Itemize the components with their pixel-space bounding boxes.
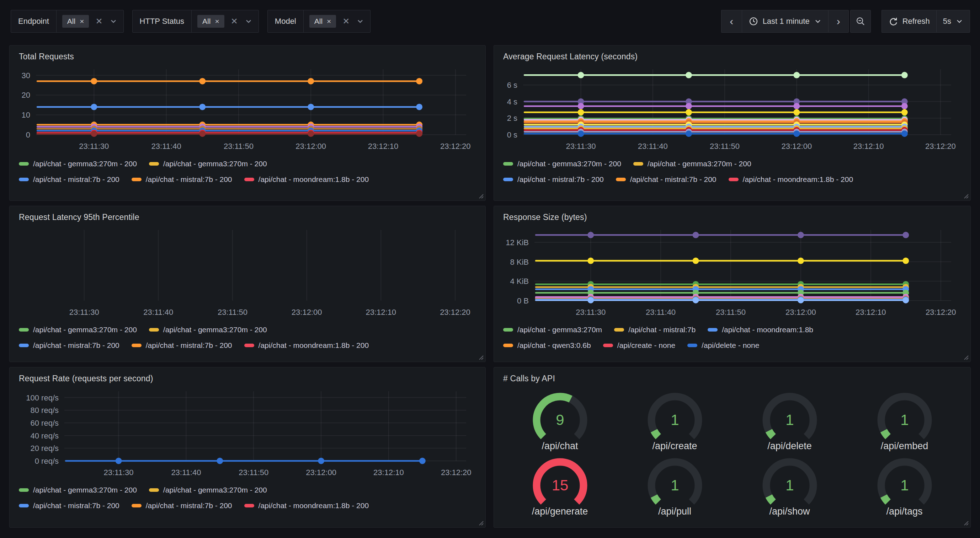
filter-model-value[interactable]: All × ✕ — [304, 10, 371, 32]
time-series-plot[interactable]: 23:11:3023:11:4023:11:5023:12:0023:12:10… — [498, 64, 966, 153]
latency-95th-chart[interactable]: 23:11:3023:11:4023:11:5023:12:0023:12:10… — [14, 225, 481, 319]
panel-title[interactable]: Average Request Latency (seconds) — [494, 46, 970, 62]
chevron-down-icon[interactable] — [356, 17, 364, 25]
time-series-plot[interactable]: 23:11:3023:11:4023:11:5023:12:0023:12:10… — [14, 64, 481, 153]
series-point[interactable] — [798, 297, 804, 303]
gauge-api-chat[interactable]: 9/api/chat — [523, 387, 597, 452]
filter-endpoint-value[interactable]: All × ✕ — [57, 10, 123, 32]
series-point[interactable] — [798, 258, 804, 264]
legend-item[interactable]: /api/chat - mistral:7b — [614, 325, 695, 334]
legend-item[interactable]: /api/chat - mistral:7b - 200 — [19, 501, 119, 510]
gauge-api-tags[interactable]: 1/api/tags — [867, 452, 942, 517]
filter-http-status-value[interactable]: All × ✕ — [192, 10, 259, 32]
request-rate-chart[interactable]: 23:11:3023:11:4023:11:5023:12:0023:12:10… — [14, 386, 481, 479]
series-point[interactable] — [793, 103, 800, 110]
series-point[interactable] — [578, 109, 584, 116]
series-point[interactable] — [578, 103, 584, 110]
panel-title[interactable]: Total Requests — [10, 46, 485, 62]
legend-item[interactable]: /api/chat - mistral:7b - 200 — [503, 175, 604, 184]
legend-item[interactable]: /api/chat - moondream:1.8b — [708, 325, 813, 334]
series-point[interactable] — [693, 258, 699, 264]
series-point[interactable] — [901, 130, 908, 137]
series-point[interactable] — [91, 78, 97, 84]
series-point[interactable] — [318, 458, 324, 464]
series-point[interactable] — [91, 130, 97, 137]
series-point[interactable] — [199, 78, 205, 84]
chevron-down-icon[interactable] — [244, 17, 253, 25]
panel-resize-handle[interactable] — [962, 354, 969, 360]
panel-title[interactable]: Request Rate (requests per second) — [10, 367, 485, 383]
time-series-plot[interactable]: 23:11:3023:11:4023:11:5023:12:0023:12:10… — [498, 225, 966, 319]
average-latency-chart[interactable]: 23:11:3023:11:4023:11:5023:12:0023:12:10… — [498, 64, 966, 153]
series-point[interactable] — [686, 72, 692, 78]
refresh-button[interactable]: Refresh — [881, 10, 936, 33]
panel-title[interactable]: # Calls by API — [494, 367, 970, 383]
legend-item[interactable]: /api/chat - gemma3:270m - 200 — [503, 160, 621, 168]
legend-item[interactable]: /api/chat - mistral:7b - 200 — [616, 175, 716, 184]
series-point[interactable] — [416, 130, 422, 137]
series-point[interactable] — [199, 104, 205, 110]
series-point[interactable] — [578, 72, 584, 78]
legend-item[interactable]: /api/chat - qwen3:0.6b — [503, 341, 591, 350]
gauge-api-delete[interactable]: 1/api/delete — [752, 387, 827, 452]
legend-item[interactable]: /api/chat - gemma3:270m - 200 — [19, 160, 137, 168]
gauge-api-generate[interactable]: 15/api/generate — [523, 452, 597, 517]
series-point[interactable] — [308, 130, 314, 137]
series-point[interactable] — [693, 232, 699, 238]
series-point[interactable] — [901, 72, 908, 78]
filter-http-status-chip[interactable]: All × — [197, 15, 224, 28]
refresh-interval-button[interactable]: 5s — [936, 10, 970, 33]
series-point[interactable] — [199, 130, 205, 137]
panel-resize-handle[interactable] — [962, 192, 969, 198]
panel-resize-handle[interactable] — [477, 354, 484, 360]
legend-item[interactable]: /api/chat - gemma3:270m - 200 — [19, 325, 137, 334]
gauge-api-embed[interactable]: 1/api/embed — [867, 387, 942, 452]
series-point[interactable] — [686, 130, 692, 137]
series-point[interactable] — [793, 130, 800, 137]
series-point[interactable] — [587, 232, 594, 238]
legend-item[interactable]: /api/create - none — [603, 341, 675, 350]
legend-item[interactable]: /api/chat - gemma3:270m - 200 — [149, 486, 267, 494]
series-point[interactable] — [587, 297, 594, 303]
series-point[interactable] — [578, 130, 584, 137]
chip-remove-icon[interactable]: × — [80, 17, 84, 25]
series-point[interactable] — [793, 72, 800, 78]
legend-item[interactable]: /api/chat - gemma3:270m - 200 — [633, 160, 751, 168]
series-point[interactable] — [416, 104, 422, 110]
chip-remove-icon[interactable]: × — [327, 17, 331, 25]
series-point[interactable] — [308, 78, 314, 84]
clear-filter-icon[interactable]: ✕ — [95, 16, 102, 26]
total-requests-chart[interactable]: 23:11:3023:11:4023:11:5023:12:0023:12:10… — [14, 64, 481, 153]
panel-title[interactable]: Request Latency 95th Percentile — [10, 206, 485, 222]
gauge-api-create[interactable]: 1/api/create — [638, 387, 712, 452]
series-point[interactable] — [416, 78, 422, 84]
series-point[interactable] — [91, 104, 97, 110]
gauge-api-pull[interactable]: 1/api/pull — [638, 452, 712, 517]
legend-item[interactable]: /api/chat - moondream:1.8b - 200 — [729, 175, 853, 184]
legend-item[interactable]: /api/delete - none — [687, 341, 759, 350]
clear-filter-icon[interactable]: ✕ — [231, 16, 238, 26]
legend-item[interactable]: /api/chat - moondream:1.8b - 200 — [244, 175, 369, 184]
series-point[interactable] — [798, 232, 804, 238]
series-point[interactable] — [901, 103, 908, 110]
response-size-chart[interactable]: 23:11:3023:11:4023:11:5023:12:0023:12:10… — [498, 225, 966, 319]
time-series-plot[interactable]: 23:11:3023:11:4023:11:5023:12:0023:12:10… — [14, 386, 481, 479]
legend-item[interactable]: /api/chat - moondream:1.8b - 200 — [244, 341, 369, 350]
series-point[interactable] — [216, 458, 223, 464]
legend-item[interactable]: /api/chat - mistral:7b - 200 — [19, 341, 119, 350]
legend-item[interactable]: /api/chat - moondream:1.8b - 200 — [244, 501, 369, 510]
chevron-down-icon[interactable] — [109, 17, 118, 25]
legend-item[interactable]: /api/chat - mistral:7b - 200 — [132, 175, 232, 184]
legend-item[interactable]: /api/chat - mistral:7b - 200 — [19, 175, 119, 184]
legend-item[interactable]: /api/chat - mistral:7b - 200 — [132, 501, 232, 510]
panel-resize-handle[interactable] — [477, 192, 484, 198]
legend-item[interactable]: /api/chat - gemma3:270m - 200 — [19, 486, 137, 494]
panel-resize-handle[interactable] — [962, 519, 969, 525]
series-point[interactable] — [686, 109, 692, 116]
legend-item[interactable]: /api/chat - mistral:7b - 200 — [132, 341, 232, 350]
filter-endpoint-chip[interactable]: All × — [62, 15, 89, 28]
series-point[interactable] — [902, 297, 909, 303]
series-point[interactable] — [693, 297, 699, 303]
panel-resize-handle[interactable] — [477, 519, 484, 525]
chip-remove-icon[interactable]: × — [215, 17, 219, 25]
